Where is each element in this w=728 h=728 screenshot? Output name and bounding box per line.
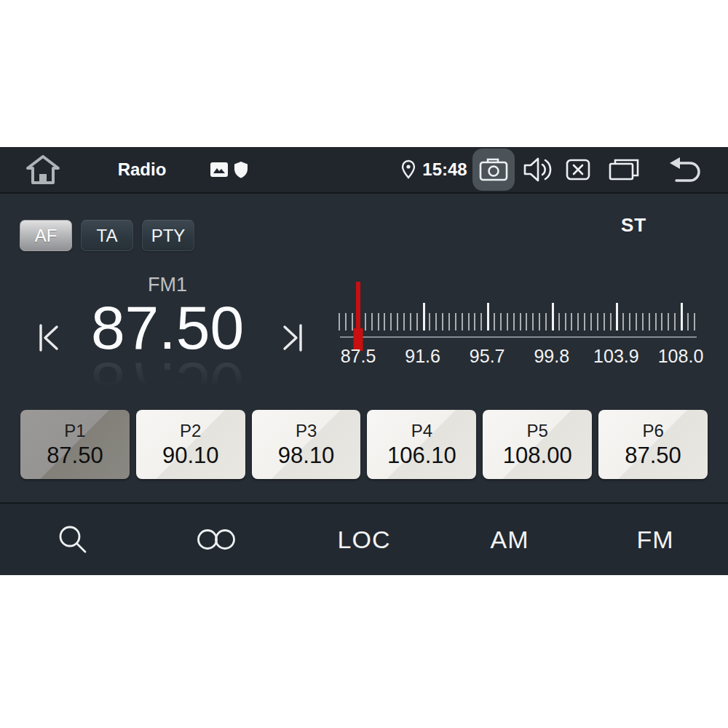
preset-label: P2 (180, 421, 201, 441)
scale-label: 108.0 (658, 346, 704, 367)
app-title: Radio (109, 147, 175, 192)
am-button[interactable]: AM (437, 504, 582, 575)
scale-label: 87.5 (341, 346, 376, 367)
preset-label: P3 (296, 421, 317, 441)
frequency-value: 87.50 (91, 297, 244, 358)
shield-icon (232, 147, 250, 192)
preset-frequency: 98.10 (278, 443, 335, 469)
frequency-scale[interactable]: 87.5 91.6 95.7 99.8 103.9 108.0 (339, 280, 706, 376)
preset-label: P5 (527, 421, 548, 441)
af-toggle[interactable]: AF (20, 220, 72, 251)
frequency-readout: 87.50 87.50 (91, 297, 244, 415)
scale-label: 103.9 (593, 346, 639, 367)
rds-toggle-row: AF TA PTY (20, 220, 194, 251)
preset-row: P1 87.50 P2 90.10 P3 98.10 P4 106.10 P5 … (20, 410, 708, 479)
seek-next-button[interactable] (274, 320, 306, 355)
recent-apps-button[interactable] (607, 147, 641, 192)
preset-label: P6 (642, 421, 663, 441)
preset-p2-button[interactable]: P2 90.10 (136, 410, 245, 479)
clock: 15:48 (419, 147, 470, 192)
scan-search-button[interactable] (0, 504, 146, 575)
preset-p6-button[interactable]: P6 87.50 (598, 410, 708, 479)
image-icon (209, 147, 229, 192)
frequency-reflection: 87.50 (91, 354, 244, 415)
preset-frequency: 87.50 (625, 443, 681, 469)
scale-label: 95.7 (470, 346, 505, 367)
ta-toggle[interactable]: TA (81, 220, 133, 251)
location-icon (399, 147, 418, 192)
camera-button[interactable] (472, 149, 515, 191)
preset-label: P1 (64, 421, 85, 441)
close-window-icon (566, 159, 590, 181)
seek-previous-button[interactable] (35, 320, 67, 355)
preset-frequency: 108.00 (503, 443, 572, 469)
preset-frequency: 87.50 (47, 443, 103, 469)
preset-label: P4 (411, 421, 432, 441)
volume-icon (522, 155, 553, 184)
band-scan-button[interactable] (146, 504, 291, 575)
recent-apps-icon (608, 158, 640, 181)
camera-icon (478, 157, 509, 182)
band-scan-icon (196, 529, 241, 550)
back-button[interactable] (666, 147, 705, 192)
fm-button[interactable]: FM (582, 504, 728, 575)
volume-button[interactable] (521, 147, 553, 192)
search-icon (55, 522, 90, 557)
preset-p3-button[interactable]: P3 98.10 (252, 410, 361, 479)
close-window-button[interactable] (565, 147, 591, 192)
preset-p1-button[interactable]: P1 87.50 (20, 410, 130, 479)
scale-label: 91.6 (405, 346, 440, 367)
status-bar: Radio 15:48 (0, 147, 728, 194)
seek-previous-icon (36, 322, 66, 354)
home-button[interactable] (22, 147, 64, 192)
preset-p5-button[interactable]: P5 108.00 (483, 410, 592, 479)
home-icon (25, 154, 61, 186)
pty-toggle[interactable]: PTY (142, 220, 194, 251)
preset-p4-button[interactable]: P4 106.10 (367, 410, 476, 479)
seek-next-icon (276, 322, 305, 354)
scale-baseline (340, 336, 697, 338)
preset-frequency: 90.10 (162, 443, 219, 469)
radio-app-screen: Radio 15:48 (0, 147, 728, 575)
scale-label: 99.8 (534, 346, 569, 367)
loc-button[interactable]: LOC (291, 504, 437, 575)
preset-frequency: 106.10 (387, 443, 456, 469)
stereo-indicator: ST (621, 214, 646, 237)
bottom-bar: LOC AM FM (0, 502, 728, 575)
back-icon (668, 156, 704, 183)
